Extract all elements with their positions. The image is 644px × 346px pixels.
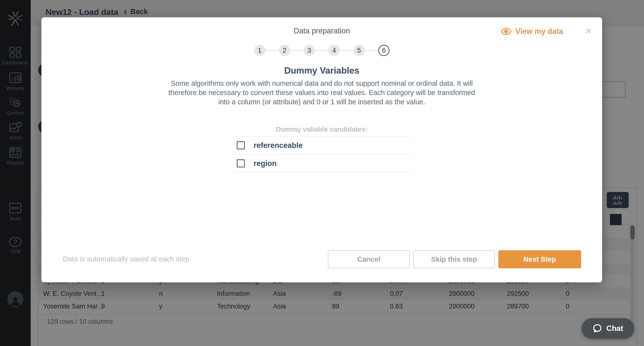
step-1[interactable]: 1 xyxy=(254,45,265,56)
autosave-note: Data is automatically saved at each step xyxy=(63,255,189,263)
close-icon[interactable]: ✕ xyxy=(583,26,594,36)
step-6-active[interactable]: 6 xyxy=(378,45,390,56)
next-step-button[interactable]: Next Step xyxy=(498,250,581,268)
step-connector xyxy=(265,50,279,51)
data-preparation-modal: Data preparation View my data ✕ 1 2 3 4 … xyxy=(42,17,602,282)
modal-description: Some algorithms only work with numerical… xyxy=(168,79,475,107)
candidate-label: referenceable xyxy=(254,141,303,150)
modal-buttons: Cancel Skip this step Next Step xyxy=(328,250,581,268)
view-my-data-button[interactable]: View my data xyxy=(501,27,563,36)
checkbox-region[interactable] xyxy=(237,159,245,167)
chat-label: Chat xyxy=(606,324,623,333)
candidates-label: Dummy valiable candidates: xyxy=(42,126,602,133)
modal-heading: Dummy Variables xyxy=(42,66,602,76)
checkbox-referenceable[interactable] xyxy=(237,141,245,149)
candidate-row-referenceable[interactable]: referenceable xyxy=(233,136,411,154)
candidates-list: referenceable region xyxy=(233,136,411,173)
skip-step-button[interactable]: Skip this step xyxy=(413,250,495,268)
step-indicator: 1 2 3 4 5 6 xyxy=(42,45,602,56)
candidate-row-region[interactable]: region xyxy=(233,154,411,173)
chat-button[interactable]: Chat xyxy=(582,318,634,339)
step-connector xyxy=(290,50,304,51)
step-connector xyxy=(315,50,328,51)
eye-icon xyxy=(501,28,512,35)
step-4[interactable]: 4 xyxy=(328,45,340,56)
step-5[interactable]: 5 xyxy=(354,45,364,56)
candidate-label: region xyxy=(254,159,277,168)
step-connector xyxy=(340,50,354,51)
view-my-data-label: View my data xyxy=(516,27,563,36)
step-2[interactable]: 2 xyxy=(279,45,290,56)
cancel-button[interactable]: Cancel xyxy=(328,250,410,268)
step-connector xyxy=(364,50,378,51)
chat-bubble-icon xyxy=(593,323,602,333)
step-3[interactable]: 3 xyxy=(304,45,315,56)
